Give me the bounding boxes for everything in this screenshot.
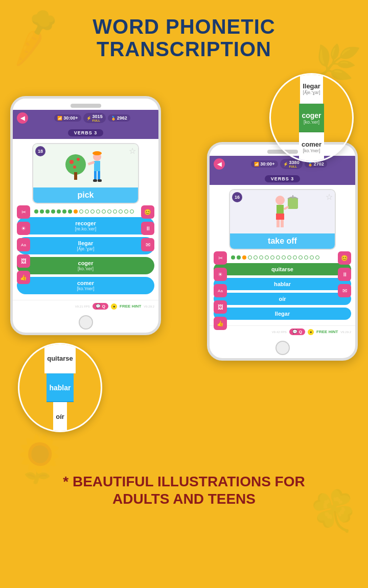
bubble-overlay-right: llegar [ʎje.'ɣar] coger [ko.'xer] comer … (269, 73, 354, 162)
sun-btn-right[interactable]: ☀ (214, 268, 227, 281)
fps-right: V9.42 FPS (272, 331, 287, 334)
answer-btn-left-0[interactable]: recoger [re.ko.'xer] (17, 217, 154, 234)
svg-rect-21 (283, 206, 289, 210)
pause-btn-left[interactable]: ⏸ (141, 222, 154, 235)
svg-point-14 (275, 196, 285, 205)
bubble-right-phonetic-2: [ko.'mer] (303, 148, 320, 153)
hint-badge-left[interactable]: 💬 Q (93, 303, 108, 310)
wifi-icon-right: 📶 (254, 162, 259, 167)
svg-rect-8 (94, 161, 100, 171)
pause-btn-right[interactable]: ⏸ (338, 268, 351, 281)
card-number-right: 16 (232, 192, 242, 202)
svg-point-2 (70, 160, 74, 164)
svg-point-0 (65, 154, 86, 175)
face-btn-left[interactable]: 😊 (141, 205, 154, 219)
home-btn-left[interactable] (79, 315, 93, 330)
svg-rect-7 (94, 152, 100, 154)
svg-point-3 (77, 158, 80, 161)
bubble-left-word-0: quitarse (47, 355, 73, 362)
mail-btn-left[interactable]: ✉ (141, 238, 154, 251)
hint-badge-right[interactable]: 💬 Q (289, 328, 305, 335)
thumb-btn-left[interactable]: 👍 (17, 271, 30, 284)
bubble-right-word-1: coger (302, 111, 321, 120)
svg-rect-18 (281, 220, 284, 227)
answer-btn-right-3[interactable]: llegar (214, 308, 351, 320)
image-btn-right[interactable]: 🖼 (214, 300, 227, 314)
bubble-right-word-2: comer (302, 140, 321, 148)
wifi-icon-left: 📶 (57, 116, 62, 121)
face-btn-right[interactable]: 😊 (338, 251, 351, 265)
answer-btn-left-2[interactable]: coger [ko.'xer] (17, 257, 154, 274)
medal-icon-left: 🏅 (111, 116, 116, 121)
bubble-overlay-left: quitarse hablar oír (18, 343, 102, 432)
bubble-left-word-2: oír (56, 413, 64, 420)
hint-coin-left: ● (111, 303, 117, 310)
hint-text-right[interactable]: FREE HINT (316, 330, 338, 334)
card-number-left: 18 (35, 146, 45, 156)
svg-point-4 (73, 166, 76, 169)
version-left: V9.29.2 (144, 305, 154, 308)
bolt-icon-left: ⚡ (86, 116, 91, 121)
card-star-left[interactable]: ☆ (129, 146, 136, 156)
svg-rect-19 (288, 198, 298, 209)
svg-rect-16 (276, 214, 284, 220)
version-right: V9.29.2 (340, 331, 351, 334)
card-word-left: pick (33, 187, 138, 203)
answer-btn-right-0[interactable]: quitarse (214, 263, 351, 275)
card-star-right[interactable]: ☆ (326, 192, 333, 202)
mail-btn-right[interactable]: ✉ (338, 284, 351, 297)
svg-rect-11 (93, 179, 97, 182)
back-button-right[interactable]: ◀ (214, 158, 225, 170)
svg-rect-17 (277, 220, 280, 227)
sun-btn-left[interactable]: ☀ (17, 222, 30, 235)
svg-rect-9 (94, 171, 97, 180)
svg-rect-1 (74, 172, 77, 180)
svg-rect-13 (87, 161, 95, 166)
svg-rect-15 (277, 205, 284, 214)
thumb-btn-right[interactable]: 👍 (214, 317, 227, 330)
hint-coin-right: ● (308, 329, 314, 335)
scissors-btn-left[interactable]: ✂ (17, 205, 30, 219)
hint-text-left[interactable]: FREE HINT (120, 304, 141, 309)
fps-left: V9.21 FPS (75, 305, 90, 308)
answer-btn-left-1[interactable]: llegar [ʎje.'ɣar] (17, 237, 154, 254)
bubble-right-phonetic-0: [ʎje.'ɣar] (303, 90, 320, 95)
text-btn-right[interactable]: Aa (214, 284, 227, 297)
scissors-btn-right[interactable]: ✂ (214, 251, 227, 265)
right-phone: ◀ 📶 30:00+ ⚡ 3380 FULL 🏅 (207, 142, 358, 361)
image-btn-left[interactable]: 🖼 (17, 254, 30, 268)
footer-text: * BEAUTIFUL ILLUSTRATIONS FOR ADULTS AND… (5, 465, 363, 512)
bubble-left-word-1: hablar (49, 384, 71, 392)
left-phone: ◀ 📶 30:00+ ⚡ 3015 FULL 🏅 (10, 96, 161, 335)
answer-btn-left-3[interactable]: comer [ko.'mer] (17, 277, 154, 294)
back-button-left[interactable]: ◀ (17, 112, 28, 124)
svg-rect-10 (98, 171, 100, 180)
svg-rect-12 (98, 179, 102, 182)
section-title-right: VERBS 3 (265, 175, 301, 182)
header-title: WORD PHONETIC TRANSCRIPTION (5, 10, 363, 70)
card-word-right: take off (230, 233, 335, 249)
answer-btn-right-1[interactable]: hablar (214, 278, 351, 290)
answer-btn-right-2[interactable]: oír (214, 293, 351, 305)
text-btn-left[interactable]: Aa (17, 238, 30, 251)
bubble-right-word-0: llegar (303, 82, 320, 90)
bolt-icon-right: ⚡ (283, 162, 288, 167)
bubble-right-phonetic-1: [ko.'xer] (304, 120, 319, 125)
section-title-left: VERBS 3 (68, 129, 104, 136)
